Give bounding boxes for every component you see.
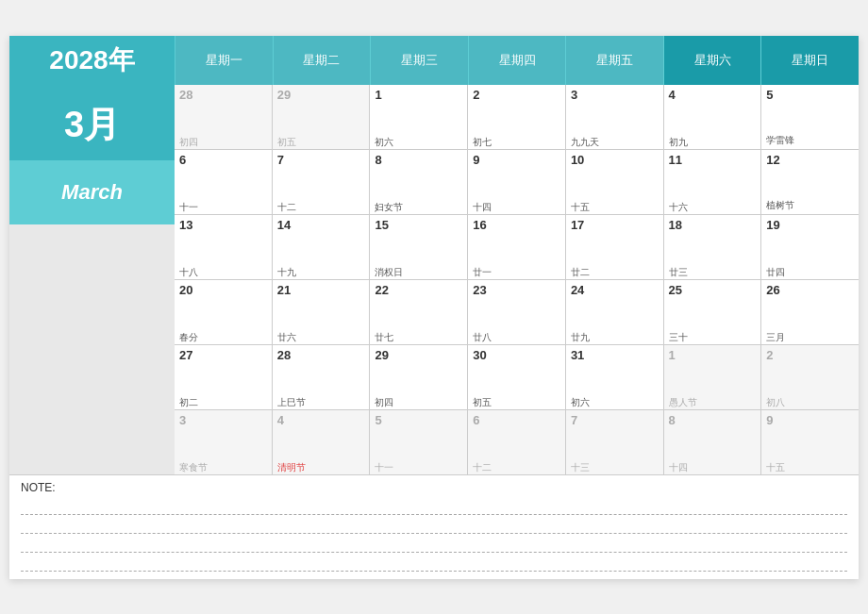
lunar-date: 寒食节 (179, 463, 267, 473)
lunar-date: 十四 (473, 203, 560, 212)
day-cell: 9十五 (760, 410, 859, 474)
day-number: 14 (277, 219, 365, 231)
week-row-2: 13十八14十九15消权日16廿一17廿二18廿三19廿四 (175, 215, 859, 280)
lunar-date: 初九 (669, 138, 757, 147)
lunar-date: 十三 (571, 463, 659, 473)
day-cell: 9十四 (467, 150, 565, 214)
calendar-body: 3月 March 28初四29初五1初六2初七3九九天4初九5学雷锋6十一7十二… (9, 85, 859, 474)
lunar-date: 廿一 (473, 268, 560, 277)
lunar-date: 初四 (375, 398, 462, 407)
day-cell: 16廿一 (467, 215, 565, 279)
day-header-6: 星期日 (760, 36, 859, 85)
day-header-0: 星期一 (175, 36, 273, 85)
day-cell: 15消权日 (369, 215, 467, 279)
day-cell: 10十五 (565, 150, 663, 214)
day-number: 8 (669, 414, 757, 426)
month-sidebar: 3月 March (9, 85, 175, 474)
day-cell: 14十九 (272, 215, 370, 279)
day-cell: 1初六 (369, 85, 467, 149)
day-cell: 19廿四 (760, 215, 859, 279)
day-number: 8 (375, 154, 462, 166)
day-cell: 4清明节 (272, 410, 370, 474)
lunar-date: 廿八 (473, 333, 560, 342)
week-row-1: 6十一7十二8妇女节9十四10十五11十六12植树节 (175, 150, 859, 215)
day-cell: 17廿二 (565, 215, 663, 279)
lunar-date: 十五 (766, 463, 854, 473)
note-line-0 (21, 498, 847, 515)
day-number: 26 (766, 284, 854, 296)
day-header-2: 星期三 (370, 36, 468, 85)
lunar-date: 初八 (766, 398, 854, 407)
day-cell: 5十一 (369, 410, 467, 474)
lunar-date: 消权日 (375, 268, 462, 277)
day-cell: 5学雷锋 (760, 85, 859, 149)
day-cell: 6十一 (175, 150, 272, 214)
week-row-0: 28初四29初五1初六2初七3九九天4初九5学雷锋 (175, 85, 859, 150)
day-number: 23 (473, 284, 560, 296)
day-cell: 7十三 (565, 410, 663, 474)
lunar-date: 初五 (473, 398, 560, 407)
week-row-4: 27初二28上巳节29初四30初五31初六1愚人节2初八 (175, 345, 859, 410)
lunar-date: 初六 (571, 398, 659, 407)
day-number: 9 (473, 154, 560, 166)
lunar-date: 十一 (375, 463, 462, 473)
lunar-date: 清明节 (277, 463, 365, 473)
day-cell: 18廿三 (663, 215, 761, 279)
day-number: 24 (571, 284, 659, 296)
day-number: 31 (571, 349, 659, 361)
day-cell: 21廿六 (272, 280, 370, 344)
day-number: 9 (766, 414, 854, 426)
lunar-date: 廿四 (766, 268, 854, 277)
day-number: 27 (179, 349, 267, 361)
note-line-3 (21, 555, 847, 572)
day-cell: 8十四 (663, 410, 761, 474)
lunar-date: 廿三 (669, 268, 757, 277)
lunar-date: 初二 (179, 398, 267, 407)
day-cell: 6十二 (467, 410, 565, 474)
day-cell: 2初七 (467, 85, 565, 149)
day-number: 28 (277, 349, 365, 361)
day-number: 5 (766, 89, 854, 101)
calendar-grid: 28初四29初五1初六2初七3九九天4初九5学雷锋6十一7十二8妇女节9十四10… (175, 85, 859, 474)
lunar-date: 初七 (473, 138, 560, 147)
note-line-1 (21, 517, 847, 534)
day-cell: 3寒食节 (175, 410, 272, 474)
note-line-2 (21, 536, 847, 553)
day-cell: 29初五 (272, 85, 370, 149)
lunar-date: 十六 (669, 203, 757, 212)
day-header-5: 星期六 (663, 36, 761, 85)
day-number: 4 (669, 89, 757, 101)
lunar-date: 十一 (179, 203, 267, 212)
day-number: 3 (571, 89, 659, 101)
day-number: 19 (766, 219, 854, 231)
day-cell: 1愚人节 (663, 345, 761, 409)
lunar-date: 妇女节 (375, 203, 462, 212)
day-number: 2 (766, 349, 854, 361)
lunar-date: 初六 (375, 138, 462, 147)
day-number: 10 (571, 154, 659, 166)
year-label: 2028年 (9, 36, 175, 85)
lunar-date: 初四 (179, 138, 267, 147)
week-row-5: 3寒食节4清明节5十一6十二7十三8十四9十五 (175, 410, 859, 474)
day-number: 15 (375, 219, 462, 231)
day-cell: 2初八 (760, 345, 859, 409)
lunar-date: 春分 (179, 333, 267, 342)
day-number: 29 (375, 349, 462, 361)
day-number: 30 (473, 349, 560, 361)
day-cell: 27初二 (175, 345, 272, 409)
day-number: 1 (375, 89, 462, 101)
lunar-date: 愚人节 (669, 398, 757, 407)
day-number: 5 (375, 414, 462, 426)
lunar-date: 上巳节 (277, 398, 365, 407)
festival-label: 植树节 (766, 199, 854, 212)
day-number: 2 (473, 89, 560, 101)
day-number: 13 (179, 219, 267, 231)
calendar: 2028年 星期一星期二星期三星期四星期五星期六星期日 3月 March 28初… (9, 36, 859, 579)
day-cell: 26三月 (760, 280, 859, 344)
day-number: 3 (179, 414, 267, 426)
note-section: NOTE: (9, 474, 859, 579)
day-number: 7 (571, 414, 659, 426)
day-cell: 7十二 (272, 150, 370, 214)
day-cell: 28上巳节 (272, 345, 370, 409)
day-cell: 24廿九 (565, 280, 663, 344)
